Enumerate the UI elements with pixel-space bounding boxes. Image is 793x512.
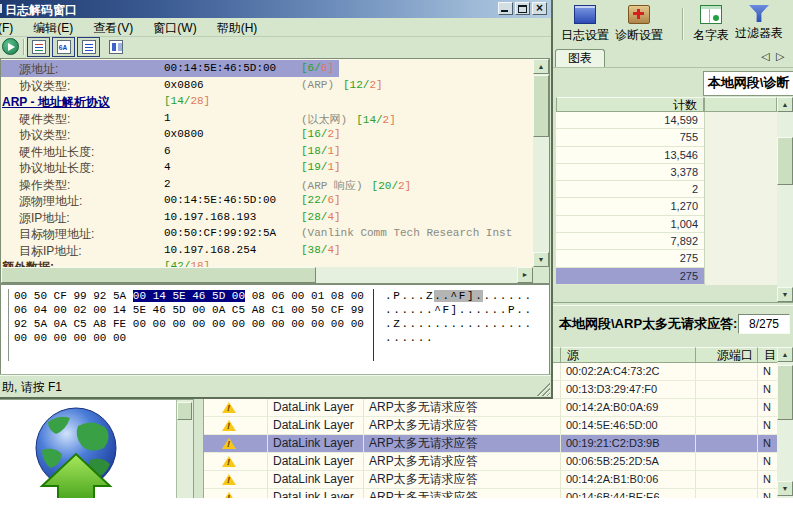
decode-toolbar: [0, 37, 551, 58]
hex-line[interactable]: 06 04 00 02 00 14 5E 46 5D 00 0A C5 A8 C…: [1, 304, 549, 318]
menu-item[interactable]: 查看(V): [83, 19, 143, 37]
menu-item[interactable]: 编辑(E): [23, 19, 83, 37]
window-titlebar[interactable]: 日志解码窗口: [0, 0, 551, 18]
decode-tree-row[interactable]: 源IP地址: 10.197.168.193 [28/4]: [1, 209, 532, 226]
counter-column-header-empty[interactable]: [704, 97, 777, 112]
menu-item[interactable]: 窗口(W): [143, 19, 206, 37]
column-header-destination[interactable]: 目: [758, 347, 778, 363]
counter-row[interactable]: 1,270: [556, 198, 704, 215]
view-toggle-button[interactable]: [102, 37, 125, 57]
scroll-down-icon[interactable]: ▼: [777, 287, 793, 302]
decode-tree-row[interactable]: 额外数据: [42/18]: [1, 258, 532, 267]
field-label: 硬件地址长度:: [19, 144, 94, 161]
diagnosis-table-row[interactable]: DataLink Layer ARP太多无请求应答 00:14:5E:46:5D…: [204, 417, 778, 435]
column-header-source-port[interactable]: 源端口: [696, 347, 758, 363]
diagnosis-table-row[interactable]: DataLink Layer ARP太多无请求应答 00:14:2A:B1:B0…: [204, 471, 778, 489]
toolbar-button[interactable]: 日志设置: [561, 5, 609, 44]
maximize-icon[interactable]: [515, 2, 530, 15]
view-toggle-button[interactable]: [77, 37, 100, 57]
close-icon[interactable]: [532, 2, 547, 15]
diagnosis-table-row[interactable]: DataLink Layer ARP太多无请求应答 00:06:5B:25:2D…: [204, 453, 778, 471]
counter-row[interactable]: 2: [556, 181, 704, 198]
view-toggle-button[interactable]: [52, 37, 75, 57]
cell-destination: N: [758, 435, 778, 452]
view-toggle-button[interactable]: [27, 37, 50, 57]
diagnosis-scrollbar[interactable]: ▲ ▼: [777, 347, 793, 498]
field-detail: [22/6]: [301, 194, 341, 206]
hex-line[interactable]: 92 5A 0A C5 A8 FE 00 00 00 00 00 00 00 0…: [1, 318, 549, 332]
scrollbar-thumb[interactable]: [177, 402, 192, 420]
hex-bytes: 00 00 00 00 00 00: [14, 332, 126, 344]
column-header-source[interactable]: 源: [561, 347, 696, 363]
scroll-down-icon[interactable]: ▼: [777, 481, 793, 496]
counter-row[interactable]: 755: [556, 129, 704, 146]
tab-baseline: [553, 67, 793, 68]
decode-tree-row[interactable]: 源地址: 00:14:5E:46:5D:00 [6/6]: [1, 60, 339, 77]
minimize-icon[interactable]: [498, 2, 513, 15]
hex-line[interactable]: 00 50 CF 99 92 5A 00 14 5E 46 5D 00 08 0…: [1, 290, 549, 304]
decode-tree-row[interactable]: 操作类型: 2 (ARP 响应)[20/2]: [1, 176, 532, 193]
window-title: 日志解码窗口: [5, 2, 77, 19]
counter-row[interactable]: 7,892: [556, 233, 704, 250]
scrollbar-thumb[interactable]: [777, 365, 793, 420]
tab-scroll-right-icon[interactable]: ▷: [776, 50, 784, 63]
diagnosis-table-row[interactable]: DataLink Layer ARP太多无请求应答 00:14:2A:B0:0A…: [204, 399, 778, 417]
go-back-icon[interactable]: [2, 38, 19, 55]
scroll-up-icon[interactable]: ▲: [777, 347, 793, 362]
scrollbar-thumb[interactable]: [533, 75, 549, 137]
counter-row[interactable]: 275: [556, 250, 704, 267]
tab-chart[interactable]: 图表: [555, 49, 605, 68]
field-detail: (Vanlink Comm Tech Research Inst: [301, 227, 521, 239]
menu-item[interactable]: 文件(F): [0, 19, 23, 37]
field-detail: [19/1]: [301, 161, 341, 173]
decode-tree-row[interactable]: 硬件地址长度: 6 [18/1]: [1, 143, 532, 160]
decode-tree-row[interactable]: 硬件类型: 1 (以太网)[14/2]: [1, 110, 532, 127]
scroll-up-icon[interactable]: ▲: [533, 59, 549, 74]
scroll-down-icon[interactable]: ▼: [533, 252, 549, 267]
counter-row[interactable]: 13,546: [556, 147, 704, 164]
menu-item[interactable]: 帮助(H): [207, 19, 268, 37]
scroll-up-icon[interactable]: ▲: [777, 97, 793, 112]
decode-tree-row[interactable]: 目标IP地址: 10.197.168.254 [38/4]: [1, 242, 532, 259]
decode-tree-row[interactable]: 协议地址长度: 4 [19/1]: [1, 159, 532, 176]
counter-scrollbar[interactable]: ▲ ▼: [777, 97, 793, 302]
cell-diagnosis: ARP太多无请求应答: [364, 453, 561, 470]
counter-row[interactable]: 275: [556, 268, 704, 285]
decode-tree-row[interactable]: 源物理地址: 00:14:5E:46:5D:00 [22/6]: [1, 192, 532, 209]
cell-source-mac: 00:14:5E:46:5D:00: [561, 417, 696, 434]
scrollbar-thumb[interactable]: [1, 267, 316, 283]
decode-tree-row[interactable]: 目标物理地址: 00:50:CF:99:92:5A (Vanlink Comm …: [1, 225, 532, 242]
decode-tree-row[interactable]: 协议类型: 0x0806 (ARP)[12/2]: [1, 77, 532, 94]
counter-row[interactable]: 1,004: [556, 216, 704, 233]
resize-grip-icon[interactable]: [537, 383, 550, 396]
cell-source-port: [696, 417, 758, 434]
tree-horizontal-scrollbar[interactable]: ►: [1, 267, 533, 283]
diagnosis-count-badge: 8/275: [738, 314, 790, 334]
field-detail: [28/4]: [301, 211, 341, 223]
toolbar-button[interactable]: 名字表: [693, 5, 729, 44]
field-value: 4: [164, 161, 171, 173]
decode-tree-row[interactable]: ARP - 地址解析协议 [14/28]: [1, 93, 532, 110]
cell-destination: N: [758, 471, 778, 488]
scrollbar-thumb[interactable]: [777, 137, 793, 185]
counter-column-header[interactable]: 计数: [556, 97, 704, 112]
toolbar-button[interactable]: 过滤器表: [735, 5, 783, 44]
hex-line[interactable]: 00 00 00 00 00 00 ......: [1, 332, 549, 346]
tab-scroll-left-icon[interactable]: ◁: [761, 50, 769, 63]
diagnosis-table-row[interactable]: DataLink Layer ARP太多无请求应答 00:14:6B:44:BE…: [204, 489, 778, 498]
explorer-scrollbar[interactable]: [176, 400, 193, 498]
cell-destination: N: [758, 417, 778, 434]
counter-row[interactable]: 3,378: [556, 164, 704, 181]
hex-selection: 00 14 5E 46 5D 00: [133, 290, 245, 302]
diagnosis-table-row[interactable]: DataLink Layer ARP太多无请求应答 00:19:21:C2:D3…: [204, 435, 778, 453]
toolbar-button[interactable]: 诊断设置: [615, 5, 663, 44]
hex-bytes: 92 5A 0A C5 A8 FE 00 00 00 00 00 00 00 0…: [14, 318, 364, 330]
counter-row[interactable]: 14,599: [556, 112, 704, 129]
tree-vertical-scrollbar[interactable]: ▲ ▼: [533, 59, 549, 267]
field-detail: [14/28]: [164, 95, 210, 107]
field-label: 额外数据:: [2, 259, 54, 267]
decode-tree-row[interactable]: 协议类型: 0x0800 [16/2]: [1, 126, 532, 143]
field-detail: [18/1]: [301, 145, 341, 157]
scroll-right-icon[interactable]: ►: [517, 267, 533, 283]
field-value: 0x0806: [164, 79, 204, 91]
